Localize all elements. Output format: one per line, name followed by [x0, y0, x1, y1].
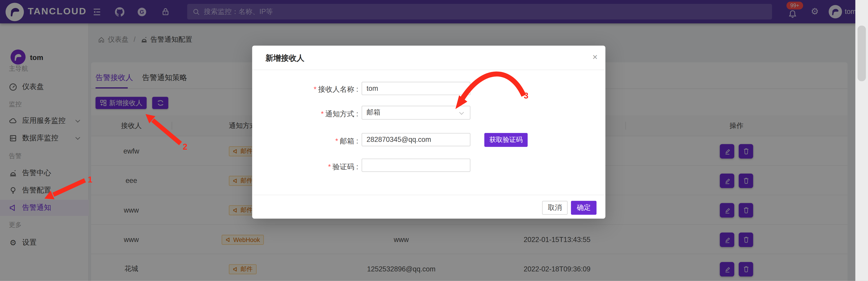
modal-footer: 取消 确定	[252, 195, 605, 219]
method-field-label: *通知方式 :	[252, 109, 358, 119]
verification-code-input[interactable]	[362, 159, 470, 172]
modal-header: 新增接收人 ×	[252, 46, 605, 70]
name-field-label: *接收人名称 :	[252, 85, 358, 95]
get-verification-code-button[interactable]: 获取验证码	[484, 133, 528, 147]
scrollbar-thumb[interactable]	[858, 26, 866, 81]
required-asterisk: *	[321, 110, 323, 118]
required-asterisk: *	[335, 137, 338, 145]
modal-title: 新增接收人	[266, 53, 304, 63]
selected-method: 邮箱	[367, 108, 380, 117]
close-icon[interactable]: ×	[592, 52, 598, 63]
recipient-name-input[interactable]	[362, 82, 470, 95]
code-field-label: *验证码 :	[252, 162, 358, 172]
required-asterisk: *	[314, 85, 316, 93]
page-scrollbar[interactable]	[855, 0, 868, 281]
add-recipient-modal: 新增接收人 × *接收人名称 : *通知方式 : 邮箱 *邮箱 : 获取验证码 …	[252, 46, 605, 219]
email-field-label: *邮箱 :	[252, 136, 358, 146]
chevron-down-icon	[459, 110, 464, 115]
cancel-button[interactable]: 取消	[542, 201, 568, 215]
required-asterisk: *	[328, 162, 331, 171]
ok-button[interactable]: 确定	[571, 201, 596, 215]
app-root: TANCLOUD G	[0, 0, 868, 281]
notify-method-select[interactable]: 邮箱	[362, 106, 470, 119]
email-input[interactable]	[362, 133, 470, 146]
